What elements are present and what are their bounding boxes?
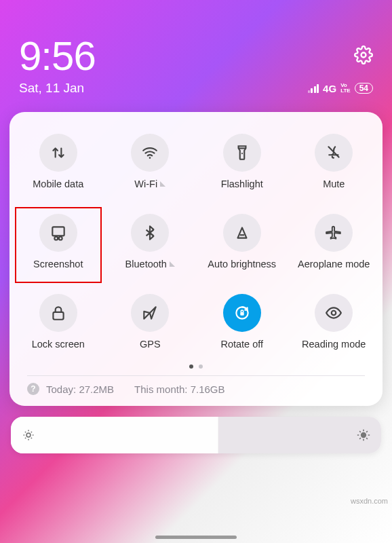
usage-today: Today: 27.2MB: [46, 383, 114, 395]
svg-point-0: [361, 52, 366, 57]
quick-settings-panel: Mobile dataWi-FiFlashlightMuteScreenshot…: [9, 112, 383, 406]
toggle-label: Bluetooth: [125, 259, 175, 269]
signal-icon: [308, 84, 319, 93]
toggle-label: Wi-Fi: [134, 179, 165, 189]
page-indicator: [12, 364, 380, 369]
status-date: Sat, 11 Jan: [19, 81, 84, 96]
mobile-data-icon[interactable]: [39, 134, 77, 172]
rotate-lock-icon[interactable]: [223, 294, 261, 332]
toggle-gps[interactable]: GPS: [104, 286, 197, 364]
svg-point-2: [361, 433, 366, 438]
toggle-mute[interactable]: Mute: [288, 126, 380, 204]
expand-indicator-icon: [160, 181, 165, 187]
toggle-bluetooth[interactable]: Bluetooth: [104, 206, 197, 284]
bluetooth-icon[interactable]: [131, 214, 169, 252]
toggle-wifi[interactable]: Wi-Fi: [104, 126, 197, 204]
brightness-low-icon: [22, 428, 35, 442]
status-clock: 9:56: [19, 33, 96, 79]
lock-icon[interactable]: [39, 294, 77, 332]
brightness-high-icon: [357, 428, 370, 442]
toggle-aeroplane-mode[interactable]: Aeroplane mode: [288, 206, 380, 284]
toggle-screenshot[interactable]: Screenshot: [12, 206, 104, 284]
auto-brightness-icon[interactable]: [223, 214, 261, 252]
toggle-rotate-off[interactable]: Rotate off: [196, 286, 288, 364]
toggle-lock-screen[interactable]: Lock screen: [12, 286, 104, 364]
eye-icon[interactable]: [315, 294, 353, 332]
flashlight-icon[interactable]: [223, 134, 261, 172]
brightness-slider[interactable]: [11, 417, 381, 453]
usage-month: This month: 7.16GB: [134, 383, 224, 395]
toggle-label: Lock screen: [32, 339, 85, 350]
settings-icon[interactable]: [354, 45, 373, 67]
divider: [27, 375, 365, 376]
toggle-flashlight[interactable]: Flashlight: [196, 126, 288, 204]
toggle-label: Mute: [323, 179, 345, 189]
volte-icon: VoLTE: [340, 83, 351, 94]
toggle-label: Mobile data: [33, 179, 83, 189]
toggle-label: GPS: [140, 339, 161, 350]
airplane-icon[interactable]: [315, 214, 353, 252]
watermark: wsxdn.com: [351, 497, 388, 505]
svg-point-1: [26, 433, 31, 437]
data-usage-row[interactable]: ? Today: 27.2MB This month: 7.16GB: [12, 383, 380, 398]
toggle-mobile-data[interactable]: Mobile data: [12, 126, 104, 204]
screenshot-icon[interactable]: [39, 214, 77, 252]
toggle-label: Reading mode: [302, 339, 366, 350]
battery-indicator: 54: [355, 83, 373, 94]
wifi-icon[interactable]: [131, 134, 169, 172]
toggle-label: Screenshot: [33, 259, 83, 269]
nav-handle[interactable]: [155, 536, 237, 539]
toggle-reading-mode[interactable]: Reading mode: [288, 286, 380, 364]
info-icon: ?: [27, 383, 39, 395]
toggle-auto-brightness[interactable]: Auto brightness: [196, 206, 288, 284]
toggle-label: Auto brightness: [208, 259, 276, 269]
mute-icon[interactable]: [315, 134, 353, 172]
gps-icon[interactable]: [131, 294, 169, 332]
toggle-label: Aeroplane mode: [298, 259, 370, 269]
expand-indicator-icon: [170, 261, 175, 267]
status-tray: 4G VoLTE 54: [308, 83, 373, 94]
toggle-label: Flashlight: [221, 179, 263, 189]
toggle-label: Rotate off: [220, 339, 263, 350]
network-type: 4G: [323, 83, 336, 94]
